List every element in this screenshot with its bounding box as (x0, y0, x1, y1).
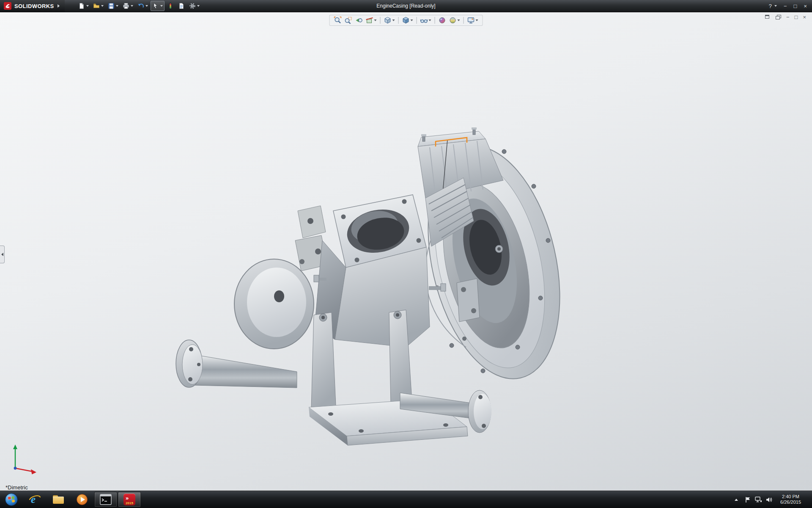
view-settings-button[interactable] (466, 16, 480, 25)
view-orientation-label: *Dimetric (5, 484, 28, 491)
titlebar: SOLIDWORKS (0, 0, 812, 12)
chevron-down-icon[interactable] (392, 19, 395, 21)
new-document-button[interactable] (77, 1, 91, 11)
brand-name: SOLIDWORKS (14, 3, 54, 9)
chevron-down-icon[interactable] (160, 5, 163, 7)
options-button[interactable] (187, 1, 201, 11)
rebuild-traffic-light-icon (167, 3, 174, 9)
taskbar-item-media-player[interactable] (71, 492, 93, 507)
solidworks-menu[interactable]: SOLIDWORKS (0, 0, 65, 12)
tray-icons (741, 497, 776, 503)
chevron-down-icon[interactable] (101, 5, 104, 7)
featuremanager-collapsed-tab[interactable] (0, 246, 5, 263)
chevron-down-icon[interactable] (429, 19, 431, 21)
edit-appearance-button[interactable] (437, 16, 447, 25)
cascade-windows-icon[interactable] (776, 15, 781, 20)
close-button[interactable]: × (804, 3, 807, 9)
zoom-to-fit-button[interactable] (333, 16, 343, 25)
toolbar-separator (398, 17, 399, 24)
chevron-down-icon[interactable] (131, 5, 133, 7)
taskbar-clock[interactable]: 2:40 PM 6/26/2015 (776, 494, 805, 505)
taskbar-item-windows-explorer[interactable] (47, 492, 70, 507)
chevron-down-icon[interactable] (411, 19, 413, 21)
file-properties-button[interactable] (176, 1, 187, 11)
options-gear-icon (189, 3, 196, 9)
save-icon (108, 3, 115, 9)
chevron-down-icon[interactable] (197, 5, 200, 7)
display-style-button[interactable] (401, 16, 414, 25)
select-cursor-icon (152, 3, 159, 9)
rebuild-button[interactable] (165, 1, 176, 11)
undo-button[interactable] (136, 1, 150, 11)
undo-icon (137, 3, 144, 9)
toolbar-separator (417, 17, 417, 24)
graphics-viewport[interactable]: − □ × *Dimetric (0, 12, 812, 491)
command-prompt-icon (100, 494, 112, 505)
network-status-icon[interactable] (755, 497, 762, 503)
file-properties-icon (178, 3, 185, 9)
view-orientation-cube-icon (384, 17, 392, 24)
zoom-to-area-button[interactable] (343, 16, 354, 25)
previous-view-button[interactable] (354, 16, 364, 25)
taskbar-item-command-prompt[interactable] (94, 492, 117, 507)
chevron-down-icon[interactable] (458, 19, 460, 21)
minimize-button[interactable]: − (784, 3, 787, 9)
open-button[interactable] (91, 1, 105, 11)
clock-date: 6/26/2015 (780, 500, 801, 505)
toolbar-separator (464, 17, 464, 24)
window-controls: ? − □ × (769, 3, 812, 9)
start-button[interactable] (0, 491, 23, 508)
main-toolbar (77, 1, 201, 11)
print-button[interactable] (121, 1, 135, 11)
taskbar-item-internet-explorer[interactable]: e (23, 492, 46, 507)
help-button[interactable]: ? (769, 3, 777, 9)
print-icon (123, 3, 129, 9)
apply-scene-button[interactable] (448, 16, 461, 25)
clock-time: 2:40 PM (782, 494, 799, 500)
doc-minimize-button[interactable]: − (786, 14, 790, 20)
zoom-to-fit-icon (334, 17, 342, 24)
y-axis-arrow (13, 444, 17, 449)
system-tray: 2:40 PM 6/26/2015 (731, 491, 812, 508)
windows-start-orb-icon (5, 493, 18, 506)
solidworks-glyph: » (126, 495, 128, 501)
appearance-ball-icon (439, 17, 446, 24)
previous-view-icon (355, 17, 363, 24)
save-button[interactable] (106, 1, 120, 11)
folder-icon (53, 495, 64, 504)
display-style-icon (402, 17, 410, 24)
help-icon: ? (769, 3, 772, 9)
internet-explorer-icon: e (28, 493, 41, 506)
toolbar-separator (435, 17, 435, 24)
eyeglasses-icon (420, 17, 428, 24)
chevron-down-icon[interactable] (86, 5, 89, 7)
chevron-down-icon[interactable] (476, 19, 478, 21)
chevron-down-icon[interactable] (145, 5, 148, 7)
chevron-up-icon (735, 499, 738, 501)
doc-restore-button[interactable]: □ (795, 14, 798, 20)
doc-close-button[interactable]: × (803, 14, 806, 20)
chevron-left-icon (1, 253, 3, 256)
engine-casing-model[interactable] (0, 12, 812, 491)
new-window-icon[interactable] (765, 15, 771, 20)
view-settings-icon (467, 17, 475, 24)
hide-show-items-button[interactable] (419, 16, 433, 25)
orientation-triad (8, 442, 42, 477)
select-button[interactable] (151, 1, 165, 11)
maximize-button[interactable]: □ (794, 3, 797, 9)
view-orientation-button[interactable] (383, 16, 396, 25)
show-hidden-icons-button[interactable] (731, 499, 741, 501)
taskbar-item-solidworks-2015[interactable]: » 2015 (118, 492, 141, 507)
action-center-flag-icon[interactable] (745, 497, 751, 503)
chevron-down-icon[interactable] (116, 5, 118, 7)
side-cover-disc-part[interactable] (234, 259, 314, 349)
volume-speaker-icon[interactable] (766, 497, 773, 503)
window-title: EngineCasing [Read-only] (376, 3, 435, 9)
chevron-down-icon[interactable] (774, 5, 777, 7)
chevron-down-icon[interactable] (374, 19, 377, 21)
section-view-button[interactable] (365, 16, 378, 25)
toolbar-separator (380, 17, 381, 24)
menu-expand-icon[interactable] (58, 4, 60, 8)
heads-up-view-toolbar (329, 15, 483, 26)
solidworks-app-icon: » 2015 (123, 494, 135, 505)
